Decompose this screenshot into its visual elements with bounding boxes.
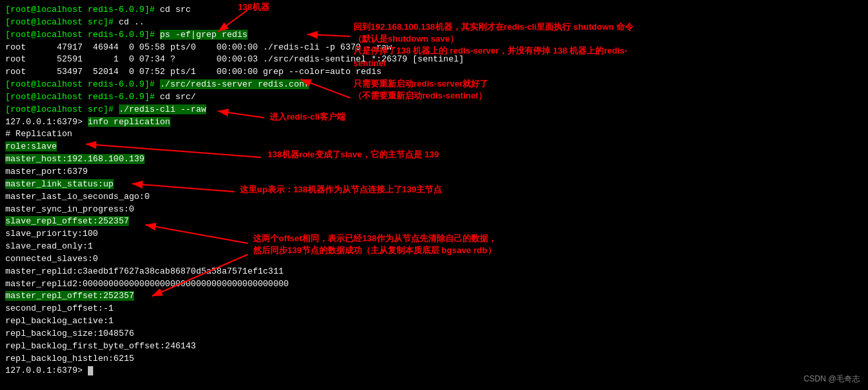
terminal-line: connected_slaves:0 <box>5 253 863 266</box>
terminal-line: repl_backlog_histlen:6215 <box>5 353 863 366</box>
terminal-line: second_repl_offset:-1 <box>5 303 863 315</box>
terminal-line: root 53497 52014 0 07:52 pts/1 00:00:00 … <box>5 66 863 79</box>
terminal-line: [root@localhost redis-6.0.9]# cd src/ <box>5 91 863 104</box>
terminal-line-slave-offset: slave_repl_offset:252357 <box>5 215 863 228</box>
terminal-line: root 52591 1 0 07:34 ? 00:00:03 ./src/re… <box>5 54 863 66</box>
terminal-line: master_replid:c3aedb1f7627a38cab86870d5a… <box>5 266 863 278</box>
terminal-line-master-offset: master_repl_offset:252357 <box>5 290 863 303</box>
terminal-line: master_replid2:0000000000000000000000000… <box>5 278 863 291</box>
terminal-cursor-line: 127.0.0.1:6379> <box>5 365 863 377</box>
terminal-line: 127.0.0.1:6379> info replication <box>5 116 863 129</box>
terminal-line: root 47917 46944 0 05:58 pts/0 00:00:00 … <box>5 42 863 54</box>
prompt: [root@localhost redis-6.0.9]# <box>5 5 160 15</box>
terminal-line: slave_read_only:1 <box>5 241 863 253</box>
terminal-line: repl_backlog_size:1048576 <box>5 328 863 340</box>
csdn-watermark: CSDN @毛奇志 <box>803 373 860 385</box>
terminal-line: repl_backlog_active:1 <box>5 315 863 328</box>
cursor <box>88 366 93 375</box>
terminal-line: # Replication <box>5 128 863 141</box>
terminal-line: repl_backlog_first_byte_offset:246143 <box>5 340 863 353</box>
terminal-line: master_last_io_seconds_ago:0 <box>5 191 863 204</box>
terminal-line: master_port:6379 <box>5 166 863 178</box>
terminal-line: [root@localhost redis-6.0.9]# ps -ef|gre… <box>5 29 863 42</box>
terminal-line: [root@localhost src]# cd .. <box>5 17 863 29</box>
terminal-line-role: role:slave <box>5 141 863 153</box>
terminal-line: slave_priority:100 <box>5 228 863 241</box>
terminal: [root@localhost redis-6.0.9]# cd src [ro… <box>0 0 868 381</box>
terminal-line: [root@localhost redis-6.0.9]# ./src/redi… <box>5 79 863 91</box>
terminal-line-master-host: master_host:192.168.100.139 <box>5 153 863 166</box>
terminal-line: master_sync_in_progress:0 <box>5 204 863 216</box>
terminal-line-link-status: master_link_status:up <box>5 178 863 191</box>
terminal-line: [root@localhost src]# ./redis-cli --raw <box>5 104 863 116</box>
terminal-line: [root@localhost redis-6.0.9]# cd src <box>5 4 863 17</box>
